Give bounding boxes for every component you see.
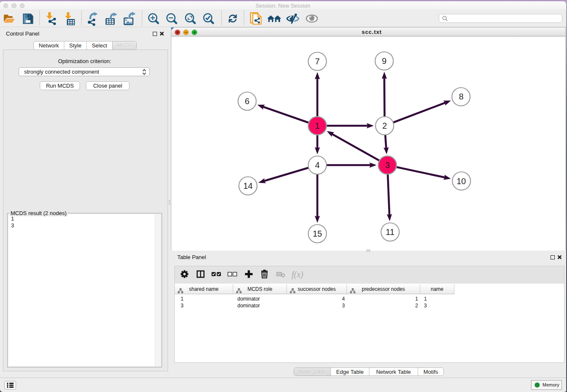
svg-text:f(x): f(x) <box>292 270 303 279</box>
